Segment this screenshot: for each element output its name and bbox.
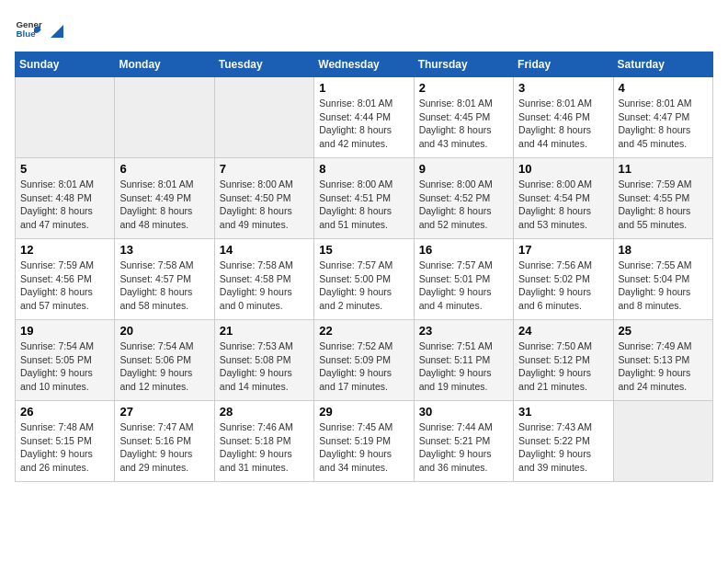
cell-info: Sunrise: 8:00 AMSunset: 4:54 PMDaylight:… bbox=[518, 178, 608, 232]
cell-info: Sunrise: 7:45 AMSunset: 5:19 PMDaylight:… bbox=[319, 420, 408, 475]
calendar-cell bbox=[115, 77, 214, 158]
day-number: 3 bbox=[518, 81, 608, 95]
calendar-week-4: 19Sunrise: 7:54 AMSunset: 5:05 PMDayligh… bbox=[16, 320, 713, 401]
day-number: 31 bbox=[518, 405, 608, 419]
cell-info: Sunrise: 7:59 AMSunset: 4:56 PMDaylight:… bbox=[20, 259, 109, 313]
calendar-cell: 23Sunrise: 7:51 AMSunset: 5:11 PMDayligh… bbox=[414, 320, 513, 401]
day-number: 2 bbox=[419, 81, 508, 95]
day-number: 20 bbox=[119, 324, 209, 338]
calendar-cell: 31Sunrise: 7:43 AMSunset: 5:22 PMDayligh… bbox=[514, 401, 613, 482]
calendar-cell: 2Sunrise: 8:01 AMSunset: 4:45 PMDaylight… bbox=[414, 77, 513, 158]
day-number: 25 bbox=[619, 324, 708, 338]
day-number: 16 bbox=[419, 243, 508, 257]
cell-info: Sunrise: 7:44 AMSunset: 5:21 PMDaylight:… bbox=[419, 420, 508, 475]
calendar-cell: 18Sunrise: 7:55 AMSunset: 5:04 PMDayligh… bbox=[613, 239, 712, 320]
day-number: 15 bbox=[319, 243, 408, 257]
cell-info: Sunrise: 7:49 AMSunset: 5:13 PMDaylight:… bbox=[619, 339, 708, 394]
day-number: 12 bbox=[20, 243, 109, 257]
day-number: 9 bbox=[419, 162, 508, 176]
day-number: 13 bbox=[119, 243, 209, 257]
calendar-cell: 24Sunrise: 7:50 AMSunset: 5:12 PMDayligh… bbox=[514, 320, 613, 401]
calendar-cell: 1Sunrise: 8:01 AMSunset: 4:44 PMDaylight… bbox=[314, 77, 414, 158]
cell-info: Sunrise: 7:54 AMSunset: 5:06 PMDaylight:… bbox=[119, 339, 209, 394]
day-number: 24 bbox=[518, 324, 608, 338]
calendar-cell: 17Sunrise: 7:56 AMSunset: 5:02 PMDayligh… bbox=[514, 239, 613, 320]
cell-info: Sunrise: 7:50 AMSunset: 5:12 PMDaylight:… bbox=[518, 339, 608, 394]
calendar-cell: 28Sunrise: 7:46 AMSunset: 5:18 PMDayligh… bbox=[214, 401, 313, 482]
calendar-cell: 9Sunrise: 8:00 AMSunset: 4:52 PMDaylight… bbox=[414, 158, 513, 239]
cell-info: Sunrise: 7:52 AMSunset: 5:09 PMDaylight:… bbox=[319, 339, 408, 394]
cell-info: Sunrise: 7:54 AMSunset: 5:05 PMDaylight:… bbox=[20, 339, 109, 394]
weekday-header-wednesday: Wednesday bbox=[314, 52, 414, 77]
day-number: 4 bbox=[619, 81, 708, 95]
cell-info: Sunrise: 7:58 AMSunset: 4:58 PMDaylight:… bbox=[220, 259, 309, 313]
day-number: 8 bbox=[319, 162, 408, 176]
calendar-body: 1Sunrise: 8:01 AMSunset: 4:44 PMDaylight… bbox=[16, 77, 713, 482]
cell-info: Sunrise: 8:01 AMSunset: 4:48 PMDaylight:… bbox=[20, 178, 109, 232]
day-number: 6 bbox=[119, 162, 209, 176]
day-number: 7 bbox=[220, 162, 309, 176]
calendar-cell: 13Sunrise: 7:58 AMSunset: 4:57 PMDayligh… bbox=[115, 239, 214, 320]
cell-info: Sunrise: 8:01 AMSunset: 4:49 PMDaylight:… bbox=[119, 178, 209, 232]
calendar-cell: 29Sunrise: 7:45 AMSunset: 5:19 PMDayligh… bbox=[314, 401, 414, 482]
day-number: 5 bbox=[20, 162, 109, 176]
calendar-cell: 22Sunrise: 7:52 AMSunset: 5:09 PMDayligh… bbox=[314, 320, 414, 401]
calendar-cell: 25Sunrise: 7:49 AMSunset: 5:13 PMDayligh… bbox=[613, 320, 712, 401]
calendar-cell: 14Sunrise: 7:58 AMSunset: 4:58 PMDayligh… bbox=[214, 239, 313, 320]
weekday-header-tuesday: Tuesday bbox=[214, 52, 313, 77]
calendar-cell: 5Sunrise: 8:01 AMSunset: 4:48 PMDaylight… bbox=[16, 158, 115, 239]
svg-marker-2 bbox=[51, 25, 63, 38]
cell-info: Sunrise: 8:00 AMSunset: 4:50 PMDaylight:… bbox=[220, 178, 309, 232]
cell-info: Sunrise: 7:58 AMSunset: 4:57 PMDaylight:… bbox=[119, 259, 209, 313]
calendar-cell: 12Sunrise: 7:59 AMSunset: 4:56 PMDayligh… bbox=[16, 239, 115, 320]
cell-info: Sunrise: 7:53 AMSunset: 5:08 PMDaylight:… bbox=[220, 339, 309, 394]
cell-info: Sunrise: 8:01 AMSunset: 4:46 PMDaylight:… bbox=[518, 97, 608, 151]
day-number: 1 bbox=[319, 81, 408, 95]
calendar-cell: 15Sunrise: 7:57 AMSunset: 5:00 PMDayligh… bbox=[314, 239, 414, 320]
calendar-week-3: 12Sunrise: 7:59 AMSunset: 4:56 PMDayligh… bbox=[16, 239, 713, 320]
weekday-header-thursday: Thursday bbox=[414, 52, 513, 77]
page-header: General Blue bbox=[15, 15, 713, 42]
calendar-week-1: 1Sunrise: 8:01 AMSunset: 4:44 PMDaylight… bbox=[16, 77, 713, 158]
cell-info: Sunrise: 8:01 AMSunset: 4:44 PMDaylight:… bbox=[319, 97, 408, 151]
logo: General Blue bbox=[15, 15, 68, 42]
cell-info: Sunrise: 7:57 AMSunset: 5:01 PMDaylight:… bbox=[419, 259, 508, 313]
day-number: 22 bbox=[319, 324, 408, 338]
calendar-cell: 3Sunrise: 8:01 AMSunset: 4:46 PMDaylight… bbox=[514, 77, 613, 158]
calendar-cell: 27Sunrise: 7:47 AMSunset: 5:16 PMDayligh… bbox=[115, 401, 214, 482]
calendar-cell: 21Sunrise: 7:53 AMSunset: 5:08 PMDayligh… bbox=[214, 320, 313, 401]
cell-info: Sunrise: 8:01 AMSunset: 4:47 PMDaylight:… bbox=[619, 97, 708, 151]
calendar-cell bbox=[613, 401, 712, 482]
calendar-week-5: 26Sunrise: 7:48 AMSunset: 5:15 PMDayligh… bbox=[16, 401, 713, 482]
day-number: 17 bbox=[518, 243, 608, 257]
logo-triangle-icon bbox=[47, 21, 67, 41]
cell-info: Sunrise: 7:43 AMSunset: 5:22 PMDaylight:… bbox=[518, 420, 608, 475]
day-number: 21 bbox=[220, 324, 309, 338]
calendar-cell: 11Sunrise: 7:59 AMSunset: 4:55 PMDayligh… bbox=[613, 158, 712, 239]
calendar-cell: 6Sunrise: 8:01 AMSunset: 4:49 PMDaylight… bbox=[115, 158, 214, 239]
calendar-cell: 26Sunrise: 7:48 AMSunset: 5:15 PMDayligh… bbox=[16, 401, 115, 482]
cell-info: Sunrise: 7:47 AMSunset: 5:16 PMDaylight:… bbox=[119, 420, 209, 475]
day-number: 23 bbox=[419, 324, 508, 338]
calendar-cell: 16Sunrise: 7:57 AMSunset: 5:01 PMDayligh… bbox=[414, 239, 513, 320]
cell-info: Sunrise: 7:55 AMSunset: 5:04 PMDaylight:… bbox=[619, 259, 708, 313]
cell-info: Sunrise: 8:01 AMSunset: 4:45 PMDaylight:… bbox=[419, 97, 508, 151]
weekday-header-sunday: Sunday bbox=[16, 52, 115, 77]
calendar-cell bbox=[16, 77, 115, 158]
logo-icon: General Blue bbox=[15, 15, 42, 42]
calendar-cell: 30Sunrise: 7:44 AMSunset: 5:21 PMDayligh… bbox=[414, 401, 513, 482]
cell-info: Sunrise: 7:48 AMSunset: 5:15 PMDaylight:… bbox=[20, 420, 109, 475]
cell-info: Sunrise: 7:57 AMSunset: 5:00 PMDaylight:… bbox=[319, 259, 408, 313]
calendar-cell bbox=[214, 77, 313, 158]
calendar-cell: 4Sunrise: 8:01 AMSunset: 4:47 PMDaylight… bbox=[613, 77, 712, 158]
weekday-header-friday: Friday bbox=[514, 52, 613, 77]
day-number: 30 bbox=[419, 405, 508, 419]
weekday-header-row: SundayMondayTuesdayWednesdayThursdayFrid… bbox=[16, 52, 713, 77]
day-number: 14 bbox=[220, 243, 309, 257]
calendar-week-2: 5Sunrise: 8:01 AMSunset: 4:48 PMDaylight… bbox=[16, 158, 713, 239]
cell-info: Sunrise: 8:00 AMSunset: 4:52 PMDaylight:… bbox=[419, 178, 508, 232]
cell-info: Sunrise: 7:46 AMSunset: 5:18 PMDaylight:… bbox=[220, 420, 309, 475]
day-number: 28 bbox=[220, 405, 309, 419]
calendar-cell: 20Sunrise: 7:54 AMSunset: 5:06 PMDayligh… bbox=[115, 320, 214, 401]
day-number: 26 bbox=[20, 405, 109, 419]
